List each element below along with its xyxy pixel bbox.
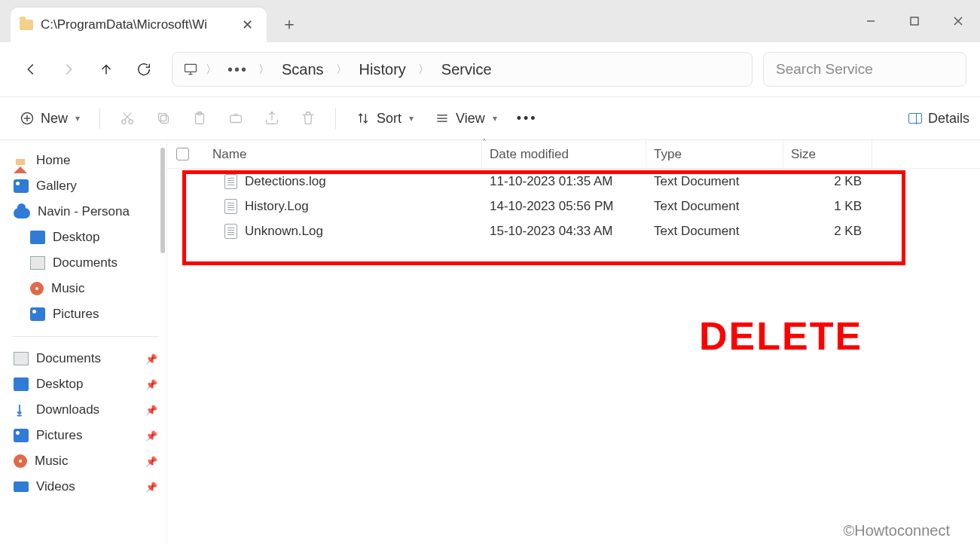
close-window-button[interactable] — [936, 0, 980, 42]
table-row[interactable]: Unknown.Log15-10-2023 04:33 AMText Docum… — [167, 219, 980, 243]
table-row[interactable]: Detections.log11-10-2023 01:35 AMText Do… — [167, 169, 980, 194]
breadcrumb-item-current[interactable]: Service — [437, 60, 496, 80]
text-file-icon — [224, 174, 237, 189]
breadcrumb[interactable]: 〉 ••• 〉 Scans 〉 History 〉 Service — [172, 52, 753, 87]
sidebar-quick-music[interactable]: Music📌 — [8, 448, 163, 474]
column-header-date[interactable]: Date modified — [482, 140, 646, 168]
sort-button[interactable]: Sort ▾ — [347, 106, 423, 131]
sidebar-quick-pictures[interactable]: Pictures📌 — [8, 423, 163, 448]
file-size: 2 KB — [783, 174, 872, 189]
pin-icon: 📌 — [145, 430, 157, 442]
document-icon — [14, 352, 29, 365]
column-header-name[interactable]: Name — [205, 140, 482, 168]
file-type: Text Document — [646, 199, 783, 214]
desktop-icon — [30, 231, 45, 244]
svg-rect-9 — [159, 114, 166, 121]
pin-icon: 📌 — [145, 379, 157, 390]
table-row[interactable]: History.Log14-10-2023 05:56 PMText Docum… — [167, 194, 980, 219]
sidebar-item-music[interactable]: Music — [8, 276, 163, 301]
picture-icon — [14, 179, 29, 193]
view-button[interactable]: View ▾ — [426, 106, 506, 131]
file-date: 15-10-2023 04:33 AM — [482, 224, 646, 239]
new-tab-button[interactable]: ＋ — [274, 9, 304, 39]
close-tab-button[interactable]: ✕ — [239, 14, 256, 36]
sidebar-item-label: Documents — [53, 255, 118, 270]
file-name: Detections.log — [245, 174, 326, 189]
sidebar-item-onedrive[interactable]: Navin - Persona — [8, 199, 163, 225]
picture-icon — [30, 307, 45, 321]
sidebar-item-label: Navin - Persona — [38, 204, 130, 219]
paste-button[interactable] — [183, 103, 216, 133]
separator — [335, 108, 336, 129]
sidebar-item-desktop[interactable]: Desktop — [8, 225, 163, 250]
tab-title: C:\ProgramData\Microsoft\Wi — [41, 17, 207, 32]
document-icon — [30, 256, 45, 270]
music-icon — [14, 454, 27, 468]
svg-rect-8 — [160, 115, 168, 123]
search-input[interactable] — [774, 60, 955, 78]
sidebar-item-label: Home — [36, 153, 70, 168]
annotation-delete-label: DELETE — [699, 313, 862, 359]
file-size: 2 KB — [783, 224, 872, 239]
sidebar-item-gallery[interactable]: Gallery — [8, 173, 163, 199]
pin-icon: 📌 — [145, 353, 157, 365]
back-button[interactable] — [14, 52, 48, 87]
sidebar-item-documents[interactable]: Documents — [8, 250, 163, 276]
maximize-button[interactable] — [893, 0, 936, 42]
chevron-down-icon: ▾ — [75, 113, 80, 124]
pin-icon: 📌 — [145, 481, 157, 493]
select-all-checkbox[interactable] — [176, 140, 205, 168]
navigation-pane: Home Gallery Navin - Persona Desktop Doc… — [0, 140, 167, 544]
search-box[interactable] — [763, 52, 966, 87]
delete-button[interactable] — [292, 103, 325, 133]
file-list: ˄ Name Date modified Type Size Detection… — [167, 140, 980, 544]
monitor-icon — [183, 62, 198, 77]
address-bar: 〉 ••• 〉 Scans 〉 History 〉 Service — [0, 42, 980, 96]
copy-button[interactable] — [147, 103, 180, 133]
breadcrumb-overflow[interactable]: ••• — [224, 61, 251, 78]
new-button[interactable]: New ▾ — [11, 106, 89, 131]
desktop-icon — [14, 377, 29, 391]
details-pane-label: Details — [928, 111, 969, 127]
sidebar-item-label: Videos — [36, 479, 75, 494]
refresh-button[interactable] — [127, 52, 161, 87]
file-name: History.Log — [245, 199, 309, 214]
sidebar-quick-videos[interactable]: Videos📌 — [8, 474, 163, 500]
cloud-icon — [14, 208, 30, 219]
forward-button[interactable] — [51, 52, 86, 87]
sort-indicator-icon: ˄ — [482, 138, 487, 148]
sidebar-quick-downloads[interactable]: ⭳Downloads📌 — [8, 397, 163, 423]
watermark: ©Howtoconnect — [844, 522, 950, 539]
file-name: Unknown.Log — [245, 224, 323, 239]
rename-button[interactable] — [219, 103, 252, 133]
more-button[interactable]: ••• — [509, 106, 545, 131]
music-icon — [30, 282, 44, 295]
sidebar-item-home[interactable]: Home — [8, 148, 163, 173]
svg-rect-4 — [185, 64, 197, 72]
sidebar-item-label: Documents — [36, 351, 101, 366]
share-button[interactable] — [255, 103, 289, 133]
sidebar-item-pictures[interactable]: Pictures — [8, 301, 163, 327]
file-size: 1 KB — [783, 199, 872, 214]
sidebar-item-label: Music — [51, 281, 84, 296]
chevron-right-icon: 〉 — [255, 63, 273, 77]
breadcrumb-item[interactable]: Scans — [277, 60, 328, 80]
sidebar-quick-desktop[interactable]: Desktop📌 — [8, 371, 163, 397]
file-type: Text Document — [646, 174, 783, 189]
sidebar-quick-documents[interactable]: Documents📌 — [8, 346, 163, 371]
up-button[interactable] — [89, 52, 124, 87]
svg-rect-1 — [911, 17, 918, 25]
view-button-label: View — [456, 111, 485, 127]
sidebar-item-label: Music — [35, 454, 68, 469]
breadcrumb-item[interactable]: History — [355, 60, 411, 80]
browser-tab[interactable]: C:\ProgramData\Microsoft\Wi ✕ — [11, 8, 267, 42]
details-pane-button[interactable]: Details — [908, 111, 969, 127]
minimize-button[interactable] — [849, 0, 893, 42]
text-file-icon — [224, 199, 237, 214]
svg-point-6 — [122, 120, 127, 124]
chevron-right-icon: 〉 — [415, 63, 432, 77]
cut-button[interactable] — [111, 103, 144, 133]
folder-icon — [20, 20, 33, 30]
column-header-size[interactable]: Size — [783, 140, 872, 168]
column-header-type[interactable]: Type — [646, 140, 783, 168]
